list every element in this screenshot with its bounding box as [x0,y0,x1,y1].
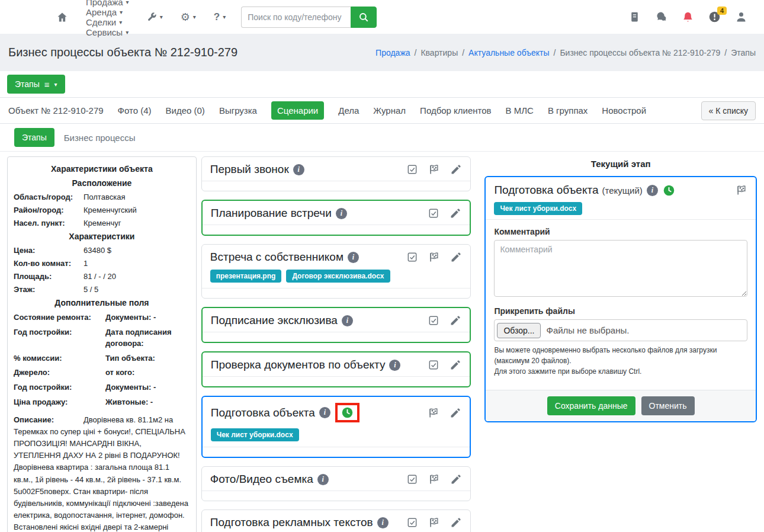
edit-pencil-icon[interactable] [450,315,461,326]
complete-check-icon[interactable] [406,473,418,485]
sidebar-title: Характеристики объекта [14,164,190,174]
edit-pencil-icon[interactable] [450,164,462,175]
edit-pencil-icon[interactable] [450,473,462,485]
alerts-icon[interactable]: 4 [708,11,721,23]
extra-field-row: Джерело:от кого: [14,367,190,379]
edit-pencil-icon[interactable] [450,359,461,371]
complete-check-icon[interactable] [428,359,439,371]
stages-dropdown-button[interactable]: Этапы ≡ ▾ [7,75,65,94]
nav-menu-item[interactable]: Сделки▾ [86,17,129,27]
tab[interactable]: Журнал [373,105,406,116]
title-bar: Бизнес процессы объекта № 212-910-279 Пр… [0,34,764,71]
info-icon[interactable]: i [317,474,329,485]
stage-card: Подготовка рекламных текстов i [201,509,471,532]
complete-check-icon[interactable] [428,207,439,219]
journal-icon[interactable] [628,11,641,23]
tab[interactable]: Выгрузка [219,105,257,116]
stage-title: Проверка документов по объекту [211,358,386,371]
tab[interactable]: В МЛС [506,105,534,116]
clock-icon[interactable] [663,184,675,197]
edit-pencil-icon[interactable] [450,407,461,419]
complete-check-icon[interactable] [428,315,439,326]
file-badge[interactable]: презентация.png [210,270,282,283]
nav-menu-item[interactable]: Сервисы▾ [86,27,129,37]
search-button[interactable] [351,7,377,28]
tab[interactable]: Видео (0) [166,105,205,116]
stage-card: Фото/Видео съемка i [201,466,471,501]
comment-textarea[interactable] [494,240,747,297]
finish-flag-icon[interactable] [428,164,440,175]
home-icon[interactable] [56,11,68,23]
finish-flag-icon[interactable] [428,473,440,485]
extra-fields-section-title: Дополнительные поля [14,298,190,307]
tab[interactable]: Объект № 212-910-279 [8,105,104,116]
notifications-bell-icon[interactable] [682,11,694,23]
info-icon[interactable]: i [319,407,330,418]
current-stage-column: Текущий этап Подготовка объекта (текущий… [484,156,757,422]
stage-card: Проверка документов по объекту i [201,351,471,387]
info-icon[interactable]: i [348,252,359,263]
cancel-button[interactable]: Отменить [641,396,695,415]
tab[interactable]: Новострой [602,105,646,116]
complete-check-icon[interactable] [406,164,418,175]
search-input[interactable] [241,7,351,28]
clock-icon[interactable] [341,406,354,419]
finish-flag-icon[interactable] [736,184,747,196]
stages-list: Первый звонок i Планирование встречи i [201,156,471,532]
breadcrumb-item[interactable]: Квартиры [420,48,458,57]
finish-flag-icon[interactable] [428,517,440,528]
info-icon[interactable]: i [293,164,304,175]
search-icon [358,12,369,23]
breadcrumb-separator: / [415,48,417,57]
chat-icon[interactable] [655,11,667,23]
file-badge[interactable]: Договор эксклюзива.docx [286,270,390,283]
complete-check-icon[interactable] [406,517,418,528]
stage-title: Первый звонок [210,163,289,176]
stage-card: Планирование встречи i [201,200,471,236]
nav-menu-item[interactable]: Продажа▾ [86,0,129,7]
finish-flag-icon[interactable] [428,407,439,419]
edit-pencil-icon[interactable] [450,517,462,528]
breadcrumb-item[interactable]: Актуальные объекты [468,48,549,57]
subtab-business-processes[interactable]: Бизнес процессы [64,133,136,143]
nav-settings-menu[interactable]: ⚙▾ [181,12,196,23]
file-badge[interactable]: Чек лист уборки.docx [211,428,299,441]
no-files-selected-text: Файлы не выбраны. [546,325,629,335]
current-stage-title: Подготовка объекта [494,184,598,197]
back-to-list-button[interactable]: « К списку [701,101,756,120]
user-profile-icon[interactable] [735,11,747,23]
info-icon[interactable]: i [342,315,353,326]
file-badge[interactable]: Чек лист уборки.docx [494,202,582,215]
extra-fields-rows: Состояние ремонта:Документы: -Год постро… [14,312,190,408]
question-icon: ? [214,11,220,23]
tab[interactable]: Сценарии [271,101,324,120]
info-icon[interactable]: i [647,185,658,196]
tab[interactable]: Фото (4) [118,105,152,116]
finish-flag-icon[interactable] [428,251,440,263]
tab[interactable]: В группах [548,105,588,116]
upload-help-line2: Для этого зажмите при выборе клавишу Ctr… [494,366,747,377]
nav-menu-item[interactable]: Аренда▾ [86,7,129,17]
extra-field-row: Ціна продажу:Живтоные: - [14,397,190,408]
top-navigation: Продажа▾Аренда▾Сделки▾Сервисы▾ ▾ ⚙▾ ?▾ [0,0,764,34]
stage-title: Подготовка объекта [211,406,315,419]
breadcrumb-item[interactable]: Продажа [375,48,410,57]
edit-pencil-icon[interactable] [450,207,461,219]
nav-help-menu[interactable]: ?▾ [214,11,226,23]
breadcrumb-item[interactable]: Бизнес процессы объекта № 212-910-279 [560,48,720,57]
subtab-stages[interactable]: Этапы [14,128,54,147]
stage-title: Фото/Видео съемка [210,473,313,486]
info-icon[interactable]: i [377,517,389,528]
tab[interactable]: Подбор клиентов [420,105,492,116]
browse-button[interactable]: Обзор... [497,323,541,338]
nav-tools-menu[interactable]: ▾ [147,12,163,22]
save-button[interactable]: Сохранить данные [547,396,635,415]
info-icon[interactable]: i [336,208,347,219]
info-icon[interactable]: i [389,360,400,371]
complete-check-icon[interactable] [406,251,418,263]
chevron-down-icon: ▾ [126,29,129,36]
breadcrumb-item[interactable]: Этапы [731,48,756,57]
file-input[interactable]: Обзор... Файлы не выбраны. [494,319,747,341]
edit-pencil-icon[interactable] [450,251,462,263]
tab[interactable]: Дела [338,105,359,116]
